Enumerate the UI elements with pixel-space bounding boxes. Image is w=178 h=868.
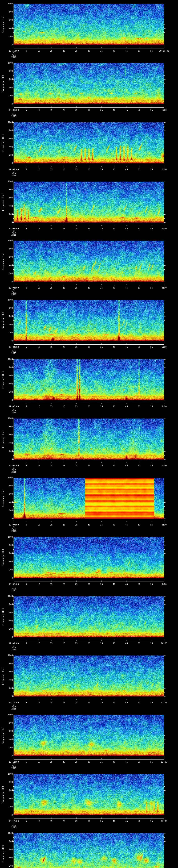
x-tick-label: 20 [60, 227, 68, 230]
spectrogram-canvas [0, 830, 178, 868]
y-tick-label: 800 [5, 129, 13, 132]
panel-start-time-label: 19:00:00 [3, 109, 24, 111]
y-axis-title: Frequency (Hz) [2, 183, 4, 221]
y-axis-title: Frequency (Hz) [2, 598, 4, 636]
date-line: 2015 [6, 471, 22, 473]
x-tick-label: 50 [135, 761, 143, 763]
x-tick-label: 35 [98, 820, 105, 823]
panel-end-time-label: 2:00 [154, 168, 175, 170]
y-tick-label: 600 [5, 612, 13, 614]
y-axis-title: Frequency (Hz) [2, 361, 4, 399]
x-tick-label: 10 [35, 761, 42, 763]
date-label: 3May2015 [6, 230, 22, 236]
x-tick-label: 50 [135, 109, 143, 111]
x-tick-label: 30 [85, 287, 93, 289]
y-tick-label: 0 [5, 399, 13, 401]
spectrogram-panel: Frequency (Hz)02004006008001000510152025… [0, 474, 178, 533]
x-tick-label: 30 [85, 465, 93, 467]
y-tick-label: 400 [5, 561, 13, 563]
y-tick-label: 200 [5, 35, 13, 38]
y-tick-label: 600 [5, 789, 13, 792]
y-axis-title: Frequency (Hz) [2, 479, 4, 517]
x-tick-label: 15 [48, 524, 55, 526]
date-line: 2015 [6, 234, 22, 236]
x-tick-label: 20 [60, 346, 68, 348]
y-tick-label: 200 [5, 865, 13, 867]
x-tick-label: 35 [98, 702, 105, 704]
y-tick-label: 400 [5, 620, 13, 622]
panel-start-time-label: 19:09:00 [3, 642, 24, 645]
x-tick-label: 50 [135, 583, 143, 585]
y-tick-label: 200 [5, 569, 13, 571]
y-tick-label: 400 [5, 442, 13, 444]
date-line: 2015 [6, 767, 22, 769]
y-tick-label: 400 [5, 27, 13, 30]
y-tick-label: 400 [5, 323, 13, 326]
y-tick-label: 400 [5, 146, 13, 148]
x-tick-label: 30 [85, 168, 93, 170]
x-tick-label: 45 [123, 227, 130, 230]
x-tick-label: 25 [72, 50, 80, 52]
y-tick-label: 400 [5, 501, 13, 503]
y-tick-label: 600 [5, 552, 13, 555]
x-tick-label: 30 [85, 227, 93, 230]
x-tick-label: 10 [35, 109, 42, 111]
date-label: 3May2015 [6, 171, 22, 177]
y-tick-label: 1000 [5, 121, 13, 123]
x-tick-label: 35 [98, 642, 105, 645]
y-tick-label: 1000 [5, 536, 13, 538]
y-tick-label: 0 [5, 43, 13, 46]
y-tick-label: 400 [5, 205, 13, 207]
x-tick-label: 10 [35, 524, 42, 526]
panel-start-time-label: 19:08:00 [3, 583, 24, 585]
x-tick-label: 25 [72, 820, 80, 823]
x-tick-label: 35 [98, 168, 105, 170]
spectrogram-panel: Frequency (Hz)02004006008001000510152025… [0, 830, 178, 868]
date-label: 3May2015 [6, 526, 22, 532]
y-tick-label: 0 [5, 458, 13, 461]
x-tick-label: 40 [110, 109, 118, 111]
y-tick-label: 800 [5, 662, 13, 665]
x-tick-label: 40 [110, 761, 118, 763]
y-tick-label: 0 [5, 103, 13, 105]
y-tick-label: 800 [5, 426, 13, 428]
date-label: 3May2015 [6, 704, 22, 710]
x-tick-label: 30 [85, 761, 93, 763]
x-tick-label: 50 [135, 524, 143, 526]
x-tick-label: 25 [72, 287, 80, 289]
x-tick-label: 10 [35, 702, 42, 704]
x-tick-label: 50 [135, 465, 143, 467]
x-tick-label: 10 [35, 820, 42, 823]
panel-end-time-label: 3:00 [154, 227, 175, 230]
y-tick-label: 200 [5, 391, 13, 393]
x-tick-label: 15 [48, 109, 55, 111]
x-tick-label: 20 [60, 583, 68, 585]
x-tick-label: 25 [72, 642, 80, 645]
x-tick-label: 35 [98, 583, 105, 585]
date-label: 3May2015 [6, 586, 22, 591]
x-tick-label: 15 [48, 583, 55, 585]
x-tick-label: 35 [98, 346, 105, 348]
panel-start-time-label: 19:06:00 [3, 465, 24, 467]
y-tick-label: 800 [5, 722, 13, 724]
x-tick-label: 45 [123, 583, 130, 585]
panel-end-time-label: 8:00 [154, 524, 175, 526]
panel-end-time-label: 11:00 [154, 702, 175, 704]
y-tick-label: 800 [5, 840, 13, 842]
spectrogram-panel: Frequency (Hz)02004006008001000510152025… [0, 59, 178, 119]
date-line: 2015 [6, 175, 22, 177]
x-tick-label: 25 [72, 346, 80, 348]
spectrogram-panel: Frequency (Hz)02004006008001000510152025… [0, 355, 178, 415]
y-tick-label: 400 [5, 798, 13, 800]
date-line: 2015 [6, 56, 22, 58]
date-line: 2015 [6, 649, 22, 651]
x-tick-label: 40 [110, 524, 118, 526]
x-tick-label: 25 [72, 227, 80, 230]
y-tick-label: 0 [5, 636, 13, 638]
y-tick-label: 800 [5, 11, 13, 13]
spectrogram-panel: Frequency (Hz)02004006008001000510152025… [0, 533, 178, 593]
x-tick-label: 30 [85, 50, 93, 52]
x-tick-label: 45 [123, 524, 130, 526]
x-tick-label: 10 [35, 50, 42, 52]
spectrogram-panel: Frequency (Hz)02004006008001000510152025… [0, 652, 178, 711]
